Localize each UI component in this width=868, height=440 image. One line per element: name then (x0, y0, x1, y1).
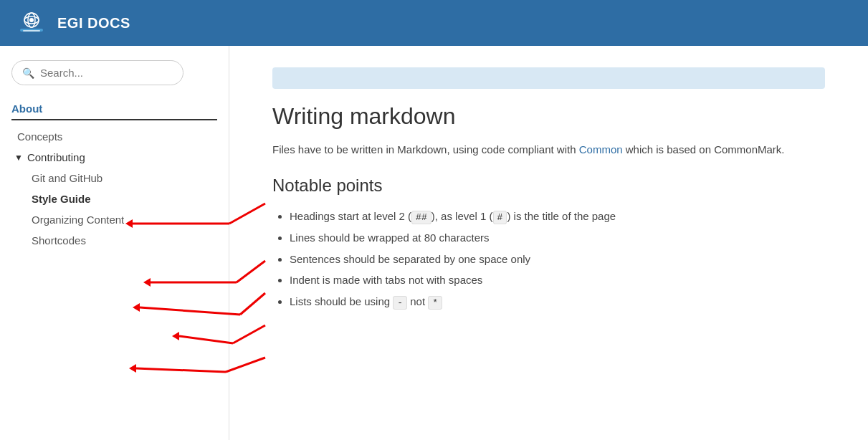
svg-line-15 (179, 336, 229, 343)
sidebar-item-contributing[interactable]: ▼ Contributing (11, 147, 217, 168)
svg-marker-13 (133, 303, 140, 312)
headings-text-middle: ), as level 1 ( (431, 210, 493, 222)
list-item-indent: Indent is made with tabs not with spaces (290, 271, 825, 290)
contributing-arrow-icon: ▼ (14, 153, 23, 163)
search-input[interactable] (40, 67, 173, 79)
heading-code-1: # (493, 211, 507, 224)
svg-point-3 (29, 18, 34, 22)
lists-text-not: not (410, 295, 425, 307)
svg-line-18 (136, 368, 226, 372)
headings-text-after: ) is the title of the page (507, 210, 616, 222)
list-item-lines: Lines should be wrapped at 80 characters (290, 229, 825, 247)
sidebar-item-shortcodes[interactable]: Shortcodes (11, 230, 217, 251)
svg-rect-5 (23, 30, 40, 32)
lists-code-dash: - (393, 296, 407, 310)
intro-paragraph: Files have to be written in Markdown, us… (272, 141, 825, 158)
search-icon: 🔍 (22, 67, 34, 79)
top-nav-bar (272, 67, 825, 89)
sidebar-item-concepts[interactable]: Concepts (11, 126, 217, 147)
intro-text-before: Files have to be written in Markdown, us… (272, 143, 579, 156)
main-layout: 🔍 About Concepts ▼ Contributing Git and … (0, 46, 868, 440)
lists-text-before: Lists should be using (290, 295, 390, 307)
logo (14, 9, 49, 37)
sidebar-item-organizing-content[interactable]: Organizing Content (11, 209, 217, 230)
lists-code-star: * (428, 296, 442, 310)
list-item-lists: Lists should be using - not * (290, 292, 825, 311)
app-header: EGI DOCS (0, 0, 868, 46)
list-item-headings: Headings start at level 2 (##), as level… (290, 207, 825, 226)
main-content: Writing markdown Files have to be writte… (229, 46, 868, 440)
svg-marker-10 (143, 278, 151, 287)
search-container: 🔍 (11, 60, 217, 85)
sidebar-nav: Concepts ▼ Contributing Git and GitHub S… (11, 126, 217, 251)
list-item-sentences: Sentences should be separated by one spa… (290, 250, 825, 269)
common-mark-link[interactable]: Common (579, 143, 623, 156)
svg-line-12 (140, 307, 229, 315)
svg-marker-19 (129, 364, 136, 373)
headings-text-before: Headings start at level 2 ( (290, 210, 411, 222)
sidebar-item-style-guide[interactable]: Style Guide (11, 188, 217, 209)
sidebar: 🔍 About Concepts ▼ Contributing Git and … (0, 46, 229, 440)
sidebar-item-git-github[interactable]: Git and GitHub (11, 168, 217, 188)
svg-marker-16 (172, 332, 179, 340)
intro-text-after: which is based on CommonMark. (626, 143, 785, 156)
page-title: Writing markdown (272, 103, 825, 130)
notable-points-title: Notable points (272, 176, 825, 196)
app-title: EGI DOCS (57, 15, 130, 32)
notable-points-list: Headings start at level 2 (##), as level… (272, 207, 825, 311)
sidebar-section-about: About (11, 102, 217, 120)
search-box[interactable]: 🔍 (11, 60, 183, 85)
heading-code-2: ## (411, 211, 431, 224)
